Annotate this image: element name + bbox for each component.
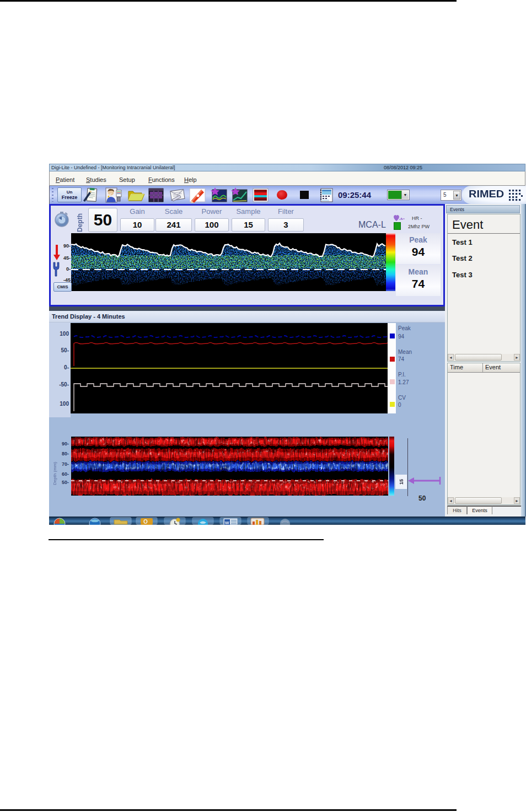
svg-text:O: O [143,519,148,525]
svg-text:W: W [225,520,229,525]
